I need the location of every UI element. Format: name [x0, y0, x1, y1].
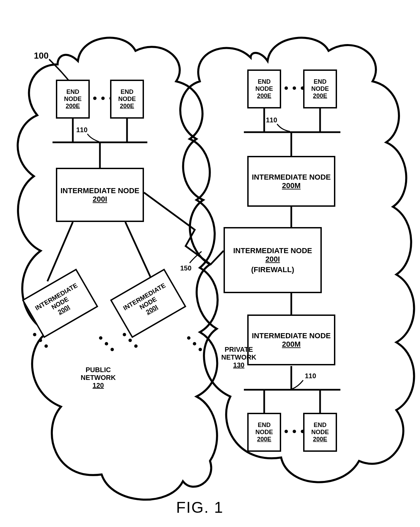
- node-ref: 200M: [282, 340, 300, 348]
- node-ref: 200I: [266, 255, 280, 263]
- svg-line-6: [125, 222, 152, 281]
- private-end-node-bottom-1: END NODE 200E: [247, 413, 281, 452]
- label-text: PUBLIC NETWORK: [81, 366, 115, 381]
- private-end-node-bottom-2: END NODE 200E: [303, 413, 337, 452]
- node-title: END NODE: [304, 422, 336, 435]
- figure-caption: FIG. 1: [176, 498, 224, 516]
- private-bus-ref-top: 110: [266, 116, 277, 124]
- public-end-node-1: END NODE 200E: [56, 80, 90, 119]
- node-ref: 200M: [282, 181, 300, 190]
- diagram-canvas: 100 END NODE 200E END NODE 200E 110 INTE…: [0, 0, 420, 527]
- private-bottom-ellipsis: [285, 430, 304, 433]
- node-title: INTERMEDIATE NODE: [233, 246, 312, 255]
- public-intermediate-lower-1: INTERMEDIATE NODE 200I: [22, 268, 98, 338]
- private-firewall-node: INTERMEDIATE NODE 200I (FIREWALL): [224, 227, 322, 293]
- node-title: END NODE: [249, 78, 280, 92]
- node-ref: 200E: [120, 103, 134, 110]
- private-end-node-top-2: END NODE 200E: [303, 69, 337, 108]
- private-end-node-top-1: END NODE 200E: [247, 69, 281, 108]
- node-ref: 200E: [257, 436, 271, 443]
- node-ref: 200E: [257, 93, 271, 100]
- public-network-label: PUBLIC NETWORK 120: [71, 366, 125, 389]
- node-title: END NODE: [111, 88, 143, 102]
- public-intermediate-lower-2: INTERMEDIATE NODE 200I: [110, 268, 186, 338]
- private-bus-ref-bottom: 110: [305, 372, 316, 380]
- connectors-svg: [0, 0, 420, 527]
- node-title: INTERMEDIATE NODE: [60, 186, 139, 195]
- public-bus-ref: 110: [76, 126, 87, 134]
- figure-ref: 100: [34, 51, 48, 61]
- public-intermediate-main: INTERMEDIATE NODE 200I: [56, 168, 144, 222]
- node-ref: 200E: [313, 436, 327, 443]
- node-ref: 200E: [313, 93, 327, 100]
- private-intermediate-top: INTERMEDIATE NODE 200M: [247, 156, 335, 207]
- node-title: INTERMEDIATE NODE: [252, 331, 331, 340]
- node-ref: 200E: [66, 103, 80, 110]
- wan-link-ref: 150: [180, 264, 191, 272]
- node-title: INTERMEDIATE NODE: [117, 279, 176, 321]
- label-ref: 130: [233, 361, 244, 369]
- node-subtitle: (FIREWALL): [251, 265, 294, 274]
- dots-br-2: [186, 336, 203, 352]
- node-title: END NODE: [57, 88, 88, 102]
- label-ref: 120: [92, 382, 104, 389]
- label-text: PRIVATE NETWORK: [221, 346, 256, 361]
- private-top-ellipsis: [285, 86, 304, 90]
- node-title: END NODE: [304, 78, 336, 92]
- private-network-label: PRIVATE NETWORK 130: [213, 346, 264, 369]
- public-end-node-2: END NODE 200E: [110, 80, 144, 119]
- node-title: INTERMEDIATE NODE: [28, 279, 88, 321]
- node-title: INTERMEDIATE NODE: [252, 173, 331, 181]
- node-ref: 200I: [93, 195, 107, 203]
- dots-bl-2: [98, 336, 115, 352]
- node-title: END NODE: [249, 422, 280, 435]
